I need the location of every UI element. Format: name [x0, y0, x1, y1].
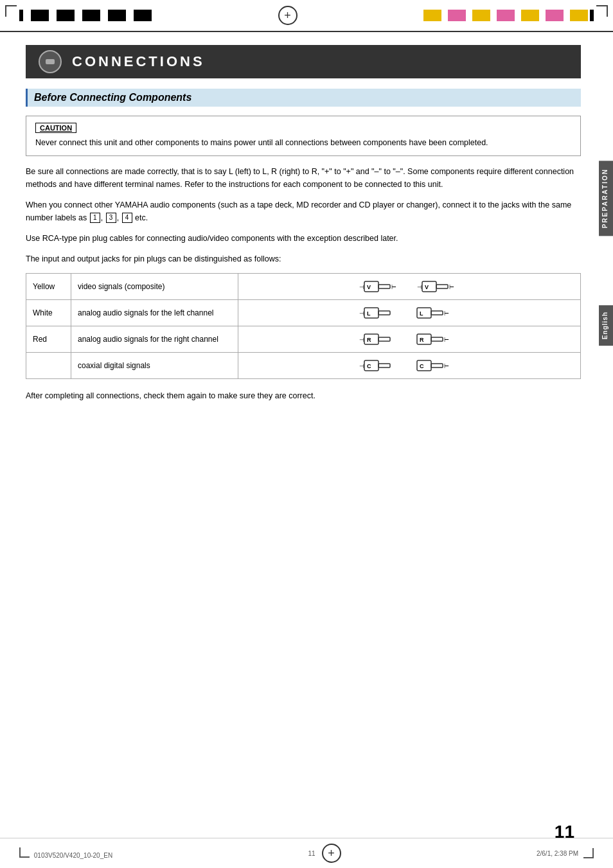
strip — [128, 10, 132, 21]
output-connector-svg: R ⊢ — [416, 330, 461, 348]
bottom-left-corner — [19, 847, 30, 858]
paragraph-2: When you connect other YAMAHA audio comp… — [26, 199, 581, 224]
main-content: CONNECTIONS Before Connecting Components… — [0, 32, 613, 423]
svg-text:⊢: ⊢ — [444, 337, 449, 343]
num-box-4: 4 — [122, 213, 132, 223]
num-box-1: 1 — [90, 213, 100, 223]
description-cell: coaxial digital signals — [71, 352, 238, 378]
table-row: Yellow video signals (composite) ⊣ V ⊢ — [26, 273, 581, 299]
svg-text:R: R — [420, 337, 424, 343]
svg-rect-29 — [378, 364, 390, 368]
icon-shape — [46, 59, 55, 64]
connector-cell: ⊣ V ⊢ ⊣ V — [238, 273, 581, 299]
color-cell — [26, 352, 71, 378]
svg-rect-16 — [431, 311, 443, 315]
strip — [31, 10, 49, 21]
colored-strip — [423, 10, 441, 21]
subsection-title: Before Connecting Components — [26, 89, 581, 107]
svg-rect-32 — [431, 364, 443, 368]
svg-text:V: V — [425, 284, 429, 290]
colored-strip — [521, 10, 539, 21]
connector-cell: ⊣ C C ⊢ — [238, 352, 581, 378]
bottom-left: 0103V520/V420_10-20_EN — [19, 847, 112, 859]
svg-text:⊣: ⊣ — [359, 337, 364, 343]
svg-text:⊣: ⊣ — [359, 363, 364, 369]
svg-rect-24 — [431, 337, 443, 341]
bottom-center: 11 + — [308, 844, 341, 863]
bottom-right: 2/6/1, 2:38 PM — [537, 848, 594, 858]
description-cell: analog audio signals for the right chann… — [71, 326, 238, 352]
paragraph-4: The input and output jacks for pin plugs… — [26, 252, 581, 265]
footer-code: 0103V520/V420_10-20_EN — [34, 852, 112, 859]
strip — [25, 10, 29, 21]
strip-gap — [517, 10, 519, 21]
top-decorative-header — [0, 0, 613, 32]
top-right-strips — [423, 10, 594, 21]
svg-rect-3 — [378, 285, 390, 288]
svg-text:⊢: ⊢ — [449, 284, 454, 290]
colored-strip — [448, 10, 466, 21]
strip — [57, 10, 75, 21]
strip — [76, 10, 80, 21]
description-cell: analog audio signals for the left channe… — [71, 299, 238, 326]
paragraph-1: Be sure all connections are made correct… — [26, 165, 581, 191]
input-connector-svg: ⊣ L — [358, 304, 403, 322]
footer-paragraph: After completing all connections, check … — [26, 389, 581, 402]
strip — [108, 10, 126, 21]
colored-strip — [570, 10, 588, 21]
svg-text:V: V — [367, 284, 371, 290]
top-left-corner — [5, 5, 17, 17]
svg-text:C: C — [367, 363, 371, 369]
color-cell: Red — [26, 326, 71, 352]
crosshair-icon — [278, 6, 298, 25]
bottom-bar: 0103V520/V420_10-20_EN 11 + 2/6/1, 2:38 … — [0, 838, 613, 868]
signal-table: Yellow video signals (composite) ⊣ V ⊢ — [26, 273, 581, 379]
color-cell: White — [26, 299, 71, 326]
strip-gap — [468, 10, 470, 21]
section-icon — [39, 50, 62, 73]
strip — [102, 10, 106, 21]
svg-text:L: L — [367, 310, 371, 317]
strip — [19, 10, 23, 21]
table-row: coaxial digital signals ⊣ C C — [26, 352, 581, 378]
section-header: CONNECTIONS — [26, 45, 581, 78]
page-number: 11 — [555, 822, 574, 842]
colored-strip — [546, 10, 564, 21]
input-connector-svg: ⊣ C — [358, 357, 403, 375]
paragraph-3: Use RCA-type pin plug cables for connect… — [26, 232, 581, 245]
svg-text:⊣: ⊣ — [359, 284, 364, 290]
strip-gap — [492, 10, 495, 21]
connector-cell: ⊣ R R ⊢ — [238, 326, 581, 352]
svg-text:⊢: ⊢ — [391, 284, 396, 290]
output-connector-svg: L ⊢ — [416, 304, 461, 322]
svg-text:⊢: ⊢ — [444, 363, 449, 369]
footer-page-num: 11 — [308, 850, 315, 857]
svg-text:⊣: ⊣ — [359, 310, 364, 317]
table-row: White analog audio signals for the left … — [26, 299, 581, 326]
svg-text:R: R — [367, 337, 371, 343]
caution-text: Never connect this unit and other compon… — [35, 137, 571, 149]
table-row: Red analog audio signals for the right c… — [26, 326, 581, 352]
connector-cell: ⊣ L L ⊢ — [238, 299, 581, 326]
input-connector-svg: ⊣ V ⊢ — [358, 278, 403, 296]
strip — [590, 10, 594, 21]
colored-strip — [497, 10, 515, 21]
preparation-tab: PREPARATION — [599, 161, 613, 236]
top-left-strips — [19, 10, 152, 21]
bottom-right-corner — [583, 848, 594, 858]
svg-text:C: C — [420, 363, 424, 369]
section-title: CONNECTIONS — [72, 53, 205, 70]
strip — [82, 10, 100, 21]
svg-text:L: L — [420, 310, 423, 317]
strip-gap — [541, 10, 544, 21]
output-connector-svg: ⊣ V ⊢ — [416, 278, 461, 296]
strip-gap — [565, 10, 568, 21]
colored-strip — [472, 10, 490, 21]
strip-gap — [443, 10, 446, 21]
description-cell: video signals (composite) — [71, 273, 238, 299]
svg-rect-21 — [378, 337, 390, 341]
crosshair-bottom: + — [322, 844, 341, 863]
caution-box: CAUTION Never connect this unit and othe… — [26, 116, 581, 156]
num-box-3: 3 — [106, 213, 116, 223]
top-right-corner — [596, 5, 608, 17]
